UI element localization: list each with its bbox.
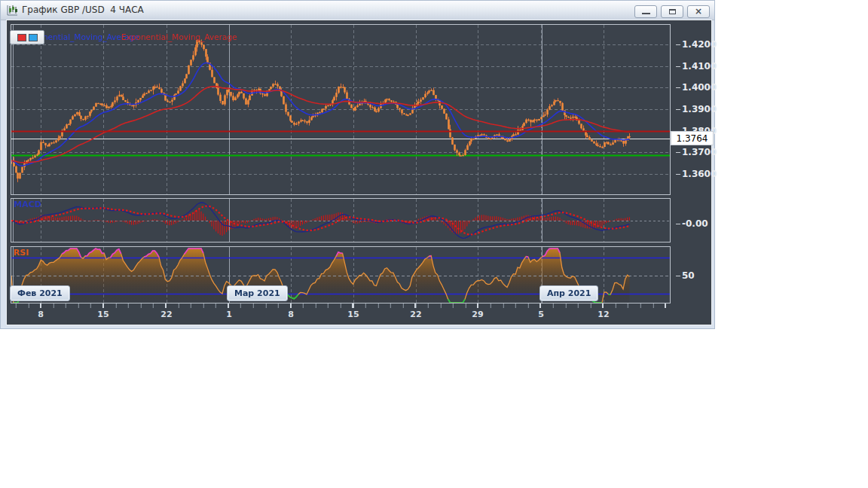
price-tick: 1.4100	[682, 61, 717, 72]
time-tick: 8	[32, 310, 50, 319]
title-bar[interactable]: График GBP /USD 4 ЧАСА ×	[1, 1, 714, 20]
price-chart-canvas[interactable]	[11, 25, 670, 194]
month-label-feb: Фев 2021	[10, 285, 70, 301]
window-title: График GBP /USD 4 ЧАСА	[22, 5, 144, 15]
time-tick: 22	[407, 310, 425, 319]
macd-canvas[interactable]	[11, 199, 670, 242]
restore-button[interactable]	[661, 5, 683, 18]
chart-client-area: Exponential_Moving_Average Exponential_M…	[6, 20, 712, 325]
chart-window: График GBP /USD 4 ЧАСА × Exponential_Mov…	[0, 0, 715, 329]
restore-icon	[669, 9, 676, 14]
red-indicator-button[interactable]	[17, 34, 26, 41]
time-axis-tick-strip	[11, 303, 670, 308]
minimize-button[interactable]	[634, 5, 657, 18]
price-chart-panel	[11, 24, 671, 195]
macd-axis-value: -0.00	[682, 218, 717, 229]
close-button[interactable]: ×	[687, 5, 710, 18]
price-tick: 1.3900	[682, 104, 717, 114]
month-label-mar: Мар 2021	[227, 285, 288, 301]
blue-indicator-button[interactable]	[29, 34, 38, 41]
price-tick: 1.3600	[682, 169, 717, 179]
legend-ema-slow-label: Exponential_Moving_Average	[121, 32, 237, 41]
time-tick: 29	[469, 310, 487, 319]
price-tick: 1.3700	[682, 147, 717, 157]
macd-label: MACD	[14, 200, 41, 209]
close-icon: ×	[688, 6, 709, 17]
month-label-apr: Апр 2021	[539, 285, 598, 301]
time-tick: 22	[157, 310, 176, 319]
indicator-buttons-box	[10, 30, 44, 44]
page: График GBP /USD 4 ЧАСА × Exponential_Mov…	[0, 0, 868, 488]
candlestick-chart-icon	[6, 4, 19, 17]
time-tick: 5	[532, 310, 550, 319]
price-tick: 1.4000	[682, 82, 717, 93]
time-tick: 1	[220, 310, 238, 319]
current-price-badge: 1.3764	[671, 131, 714, 145]
time-tick: 15	[94, 310, 112, 319]
time-tick: 12	[594, 310, 613, 319]
price-tick: 1.4200	[682, 39, 717, 50]
rsi-label: RSI	[14, 248, 29, 258]
macd-panel: MACD	[11, 198, 671, 242]
rsi-axis-value: 50	[682, 270, 717, 281]
time-tick: 15	[344, 310, 362, 319]
minimize-icon	[642, 13, 650, 14]
time-tick: 8	[282, 310, 300, 319]
